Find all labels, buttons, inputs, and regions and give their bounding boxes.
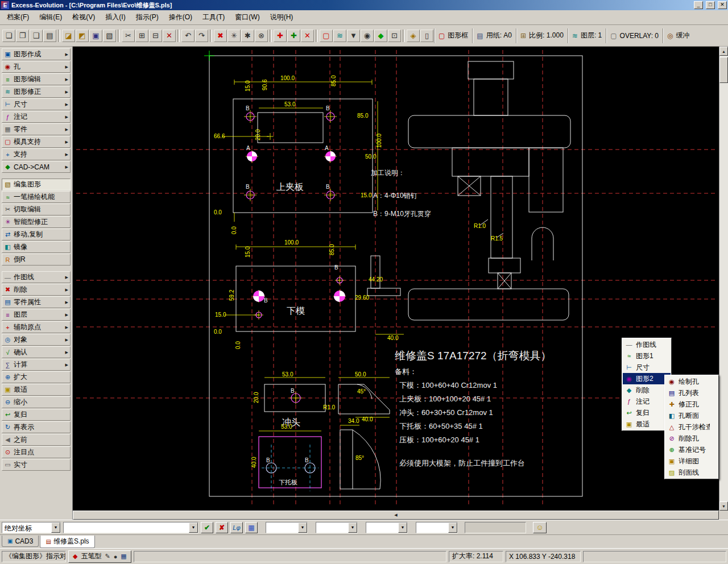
sb-zoom-back[interactable]: ↩ 复归 ▶ <box>2 409 71 421</box>
tb-display-filter[interactable]: ▼ <box>347 30 360 42</box>
tb-page-setup[interactable]: ▤ <box>43 30 56 42</box>
sb-calculate[interactable]: ∑ 计算 ▶ <box>2 359 71 371</box>
drawing-canvas[interactable]: 100.0 15.0 90.6 85.0 53.0 85.0 66.6 20.0… <box>73 47 719 511</box>
tb-open-folder[interactable]: ◪ <box>62 30 75 42</box>
ctx-draw-hole[interactable]: ◉ 绘制孔 ▶ <box>665 376 718 387</box>
tab-file[interactable]: ▤ 维修盖S.pls <box>40 536 94 548</box>
vertical-scrollbar[interactable]: ▲ ▼ <box>719 47 728 511</box>
sb-dimension[interactable]: ⊢ 尺寸 ▶ <box>2 98 71 110</box>
horizontal-scrollbar[interactable]: ◀ ▶ <box>73 511 719 520</box>
sb-actual-size[interactable]: ▭ 实寸 ▶ <box>2 459 71 471</box>
ctx-hatch[interactable]: ▨ 剖面线 ▶ <box>665 467 718 478</box>
sb-erase[interactable]: ✖ 削除 ▶ <box>2 284 71 296</box>
tb-undo[interactable]: ↶ <box>181 30 195 42</box>
vertical-scroll-track[interactable] <box>719 56 728 501</box>
tb-print[interactable]: ▧ <box>103 30 116 42</box>
tb-delete[interactable]: ✕ <box>163 30 176 42</box>
ctx-erase[interactable]: ◆ 削除 ▶ <box>623 384 671 396</box>
tb-section-box[interactable]: ⊡ <box>388 30 401 42</box>
field-layer[interactable]: ≋ 图层: 1 <box>568 28 606 43</box>
tb-open-doc[interactable]: ❐ <box>16 30 29 42</box>
tb-add-point-green[interactable]: ✚ <box>287 30 300 42</box>
tb-delete-point[interactable]: ✕ <box>301 30 314 42</box>
ctx-shape2[interactable]: ◉ 图形2 ▶ <box>623 373 671 384</box>
menu-tools[interactable]: 工具(T) <box>197 10 230 24</box>
sb-cad-cam[interactable]: ◆ CAD->CAM ▶ <box>2 161 71 173</box>
menu-command[interactable]: 指示(P) <box>131 10 164 24</box>
ctx-restore[interactable]: ↩ 复归 ▶ <box>623 407 671 418</box>
tb-frame-toggle[interactable]: ▢ <box>320 30 333 42</box>
tb-snap-endpoint[interactable]: ✱ <box>241 30 254 42</box>
sb-zoom-in[interactable]: ⊕ 扩大 ▶ <box>2 371 71 383</box>
length-angle-button[interactable]: Lφ <box>230 522 243 533</box>
ctx-datum-mark[interactable]: ⊕ 基准记号 ▶ <box>665 444 718 455</box>
tb-cut[interactable]: ✂ <box>122 30 135 42</box>
tb-layer-waves[interactable]: ≋ <box>333 30 346 42</box>
close-button[interactable]: ✕ <box>718 1 727 9</box>
coordinate-input[interactable]: ▼ <box>63 522 198 533</box>
menu-file[interactable]: 档案(F) <box>2 10 34 24</box>
ime-mode-icon[interactable]: ◆ <box>73 553 77 560</box>
tb-new-file[interactable]: ❏ <box>2 30 15 42</box>
ctx-fit[interactable]: ▣ 最适 ▶ <box>623 418 671 430</box>
ctx-modify-hole[interactable]: ✚ 修正孔 ▶ <box>665 399 718 410</box>
ctx-construction-line[interactable]: — 作图线 ▶ <box>623 339 671 350</box>
grid-snap-button[interactable]: ▦ <box>245 522 258 533</box>
sb-zoom-fit[interactable]: ▣ 最适 ▶ <box>2 384 71 396</box>
tb-copy[interactable]: ⊞ <box>135 30 148 42</box>
parameter-combo[interactable]: ▼ <box>316 522 358 533</box>
sb-layers[interactable]: ≡ 图层 ▶ <box>2 309 71 321</box>
toolbar-button[interactable] <box>270 30 272 42</box>
ime-keyboard-icon[interactable]: ▦ <box>121 553 126 560</box>
tb-redo[interactable]: ↷ <box>195 30 208 42</box>
tb-paste[interactable]: ⊟ <box>149 30 162 42</box>
sb-smart-modify[interactable]: ✳ 智能型修正 ▶ <box>2 216 71 228</box>
ctx-hole-section[interactable]: ◧ 孔断面 ▶ <box>665 410 718 421</box>
menu-operate[interactable]: 操作(O) <box>164 10 197 24</box>
toolbar-button[interactable] <box>118 30 120 42</box>
sb-cut-edit[interactable]: ✂ 切取编辑 ▶ <box>2 204 71 215</box>
sb-annotation[interactable]: ƒ 注记 ▶ <box>2 111 71 123</box>
field-scale[interactable]: ⊞ 比例: 1.000 <box>516 28 568 43</box>
scroll-left-icon[interactable]: ◀ <box>73 511 719 520</box>
tb-point-style[interactable]: ◉ <box>361 30 374 42</box>
coordinate-mode-select[interactable]: 绝对坐标 ▼ <box>2 522 61 533</box>
ctx-annotation[interactable]: ƒ 注记 ▶ <box>623 396 671 407</box>
toolbar-button[interactable] <box>316 30 318 42</box>
sb-hole[interactable]: ◉ 孔 ▶ <box>2 61 71 73</box>
sb-mirror[interactable]: ◧ 镜像 ▶ <box>2 241 71 253</box>
tb-snap-off[interactable]: ⊗ <box>255 30 268 42</box>
ctx-detail-view[interactable]: ▣ 详细图 ▶ <box>665 455 718 467</box>
ime-bar[interactable]: ◆ 五笔型 ✎ ● ▦ <box>68 550 131 563</box>
sb-object[interactable]: ◎ 对象 ▶ <box>2 334 71 346</box>
vertical-scroll-thumb[interactable] <box>719 57 728 83</box>
chevron-down-icon[interactable]: ▼ <box>189 522 198 533</box>
toolbar-button[interactable] <box>177 30 180 42</box>
sb-shape-create[interactable]: ▣ 图形作成 ▶ <box>2 48 71 60</box>
toolbar-button[interactable] <box>58 30 60 42</box>
toolbar-button[interactable] <box>210 30 212 42</box>
tb-lock[interactable]: ◈ <box>407 30 420 42</box>
tb-doc-stack[interactable]: ❑ <box>30 30 43 42</box>
sb-support[interactable]: + 支持 ▶ <box>2 148 71 160</box>
ime-method-label[interactable]: 五笔型 <box>81 551 101 561</box>
tb-import-folder[interactable]: ◩ <box>76 30 89 42</box>
sb-one-stroke[interactable]: ≈ 一笔描绘机能 ▶ <box>2 191 71 203</box>
tb-add-point-red[interactable]: ✚ <box>274 30 287 42</box>
sb-aux-origin[interactable]: + 辅助原点 ▶ <box>2 321 71 333</box>
menu-view[interactable]: 检视(V) <box>67 10 100 24</box>
parameter-combo[interactable]: ▼ <box>416 522 458 533</box>
ctx-erase-hole[interactable]: ⊘ 削除孔 ▶ <box>665 433 718 444</box>
maximize-button[interactable]: □ <box>706 1 715 9</box>
field-overlay[interactable]: ▢ OVERLAY: 0 <box>606 28 663 43</box>
sb-fillet[interactable]: R 倒R ▶ <box>2 254 71 266</box>
menu-edit[interactable]: 编辑(E) <box>34 10 67 24</box>
sb-mold-support[interactable]: ▢ 模具支持 ▶ <box>2 136 71 148</box>
sb-shape-edit[interactable]: ≡ 图形编辑 ▶ <box>2 73 71 85</box>
field-paper[interactable]: ▤ 用纸: A0 <box>472 28 516 43</box>
ime-pen-icon[interactable]: ✎ <box>105 553 110 560</box>
parameter-field[interactable] <box>465 522 526 533</box>
chevron-down-icon[interactable]: ▼ <box>298 522 307 533</box>
ctx-hole-list[interactable]: ▤ 孔列表 ▶ <box>665 387 718 399</box>
ctx-hole-interference[interactable]: △ 孔干涉检查 ▶ <box>665 421 718 433</box>
